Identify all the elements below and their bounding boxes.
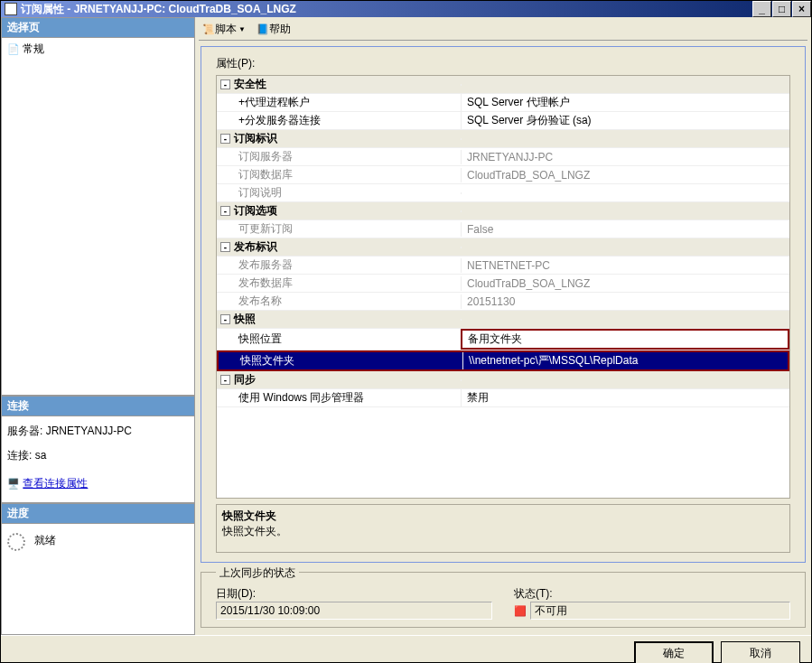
server-value: JRNETYANJJ-PC [46,425,132,437]
toolbar: 📜 脚本 ▼ 📘 帮助 [199,19,807,41]
description-panel: 快照文件夹 快照文件夹。 [216,504,790,553]
dialog-window: 订阅属性 - JRNETYANJJ-PC: CloudTraDB_SOA_LNG… [0,0,812,663]
dropdown-arrow-icon: ▼ [238,25,246,33]
connection-info: 服务器: JRNETYANJJ-PC 连接: sa 🖥️ 查看连接属性 [1,416,195,503]
view-conn-props[interactable]: 🖥️ 查看连接属性 [7,476,189,491]
cat-subopt[interactable]: -订阅选项 [217,202,789,220]
collapse-icon[interactable]: - [220,206,230,216]
close-button[interactable]: × [792,1,811,17]
cat-snapshot[interactable]: -快照 [217,311,789,329]
help-button[interactable]: 📘 帮助 [257,22,291,37]
help-label: 帮助 [269,22,291,37]
status-field [530,602,790,620]
prop-wsm[interactable]: 使用 Windows 同步管理器禁用 [217,389,789,407]
page-item-general[interactable]: 📄 常规 [2,38,194,61]
page-list: 📄 常规 [1,38,195,396]
prop-pub-db: 发布数据库CloudTraDB_SOA_LNGZ [217,275,789,293]
collapse-icon[interactable]: - [220,242,230,252]
maximize-button[interactable]: □ [772,1,791,17]
sync-status-group: 上次同步的状态 日期(D): 状态(T): 🟥 [201,572,806,628]
dialog-body: 选择页 📄 常规 连接 服务器: JRNETYANJJ-PC 连接: sa [1,17,811,635]
left-panel: 选择页 📄 常规 连接 服务器: JRNETYANJJ-PC 连接: sa [1,17,195,635]
collapse-icon[interactable]: - [220,134,230,144]
server-icon: 🖥️ [7,478,20,490]
connection-header: 连接 [1,396,195,416]
properties-title: 属性(P): [216,56,790,71]
collapse-icon[interactable]: - [220,314,230,324]
dialog-buttons: 确定 取消 [1,635,811,663]
cat-subid[interactable]: -订阅标识 [217,130,789,148]
cat-security[interactable]: -安全性 [217,76,789,94]
property-grid[interactable]: -安全性 +代理进程帐户SQL Server 代理帐户 +分发服务器连接SQL … [216,75,790,499]
prop-sub-db: 订阅数据库CloudTraDB_SOA_LNGZ [217,166,789,184]
date-field [216,602,492,620]
progress-body: 就绪 [1,524,195,635]
help-icon: 📘 [257,23,269,36]
prop-snap-loc[interactable]: 快照位置备用文件夹 [217,329,789,350]
script-icon: 📜 [202,23,215,36]
properties-group: 属性(P): -安全性 +代理进程帐户SQL Server 代理帐户 +分发服务… [201,46,806,563]
select-page-header: 选择页 [1,17,195,38]
conn-value: sa [35,449,47,462]
cancel-button[interactable]: 取消 [721,641,800,663]
progress-status: 就绪 [34,533,56,548]
cat-pubid[interactable]: -发布标识 [217,238,789,257]
grid-empty [217,407,789,498]
script-button[interactable]: 📜 脚本 ▼ [202,22,246,37]
progress-header: 进度 [1,503,195,524]
prop-pub-server: 发布服务器NETNETNET-PC [217,257,789,275]
view-conn-props-link[interactable]: 查看连接属性 [23,477,88,490]
window-title: 订阅属性 - JRNETYANJJ-PC: CloudTraDB_SOA_LNG… [21,2,751,17]
script-label: 脚本 [215,22,237,37]
app-icon [5,3,17,15]
status-label: 状态(T): [514,586,790,602]
collapse-icon[interactable]: - [220,79,230,89]
page-icon: 📄 [7,43,20,56]
expand-icon[interactable]: + [238,96,245,108]
prop-updatable: 可更新订阅False [217,220,789,238]
right-panel: 📜 脚本 ▼ 📘 帮助 属性(P): -安全性 +代理进程帐户SQL Serve… [195,17,811,635]
desc-title: 快照文件夹 [222,509,784,524]
cat-sync[interactable]: -同步 [217,371,789,389]
spinner-icon [7,533,25,551]
server-label: 服务器: [7,425,42,437]
prop-sub-server: 订阅服务器JRNETYANJJ-PC [217,148,789,166]
prop-dist-conn[interactable]: +分发服务器连接SQL Server 身份验证 (sa) [217,112,789,130]
titlebar[interactable]: 订阅属性 - JRNETYANJJ-PC: CloudTraDB_SOA_LNG… [1,1,811,17]
desc-text: 快照文件夹。 [222,524,784,539]
prop-sub-desc[interactable]: 订阅说明 [217,184,789,202]
conn-label: 连接: [7,449,32,462]
page-item-label: 常规 [23,42,44,55]
minimize-button[interactable]: _ [752,1,771,17]
status-icon: 🟥 [514,604,527,617]
collapse-icon[interactable]: - [220,375,230,385]
expand-icon[interactable]: + [238,114,245,126]
prop-snap-folder[interactable]: 快照文件夹\\netnetnet-pc\严\MSSQL\ReplData [217,350,789,371]
sync-legend: 上次同步的状态 [216,565,299,581]
prop-pub-name: 发布名称20151130 [217,293,789,311]
ok-button[interactable]: 确定 [634,641,714,663]
prop-agent-account[interactable]: +代理进程帐户SQL Server 代理帐户 [217,94,789,112]
date-label: 日期(D): [216,586,492,602]
